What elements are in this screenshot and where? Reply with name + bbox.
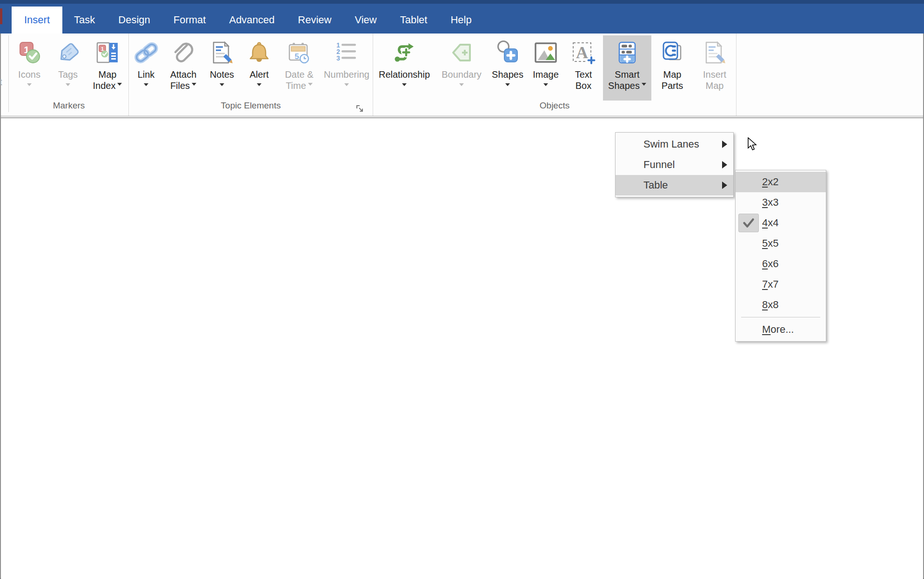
tab-task-label: Task (74, 14, 95, 26)
relationship-icon (391, 39, 418, 66)
relationship-button[interactable]: Relationship (373, 35, 435, 101)
text-box-icon: A (570, 39, 597, 66)
tags-label: Tags (58, 69, 78, 80)
smart-shapes-label-line1: Smart (615, 69, 639, 80)
group-label-objects: Objects (373, 99, 736, 114)
app-window: Insert Task Design Format Advanced Revie… (0, 0, 924, 579)
tab-view[interactable]: View (343, 7, 388, 34)
submenu-item-5x5[interactable]: 5x5 (736, 233, 826, 254)
item-5x5-accelerator: 5 (762, 237, 768, 249)
group-objects-buttons: Relationship Boundary (373, 34, 736, 99)
attach-files-dropdown-caret (192, 83, 196, 86)
item-6x6-accelerator: 6 (762, 258, 768, 270)
insert-map-label-line2: Map (706, 80, 724, 91)
group-markers-buttons: 1 Icons (9, 34, 128, 99)
submenu-item-3x3[interactable]: 3x3 (736, 192, 826, 213)
tab-design-label: Design (118, 14, 150, 26)
date-time-icon: 5 (286, 39, 313, 66)
insert-map-label-line1: Insert (703, 69, 726, 80)
tags-button[interactable]: Tags (49, 35, 87, 101)
alert-dropdown-caret (257, 83, 261, 86)
alert-label: Alert (249, 69, 268, 80)
icons-button[interactable]: 1 Icons (9, 35, 49, 101)
submenu-item-6x6[interactable]: 6x6 (736, 254, 826, 274)
date-time-label-line2: Time (286, 80, 306, 91)
group-label-topic-elements: Topic Elements (129, 99, 373, 114)
item-8x8-label: x8 (768, 299, 778, 311)
attach-files-label-line2: Files (170, 80, 190, 91)
menu-item-funnel[interactable]: Funnel (616, 155, 733, 175)
item-5x5-label: x5 (768, 237, 778, 249)
numbering-button[interactable]: 1 2 3 Numbering (321, 35, 373, 101)
map-index-label-line2: Index (93, 80, 116, 91)
submenu-item-more[interactable]: More... (736, 319, 826, 340)
group-objects: Relationship Boundary (373, 34, 737, 116)
tab-advanced[interactable]: Advanced (217, 7, 286, 34)
submenu-item-8x8[interactable]: 8x8 (736, 295, 826, 315)
notes-button[interactable]: Notes (203, 35, 241, 101)
clipped-label-fragment: t (0, 76, 2, 88)
submenu-item-2x2[interactable]: 2x2 (736, 172, 826, 192)
numbering-icon: 1 2 3 (333, 39, 360, 66)
text-box-button[interactable]: A Text Box (564, 35, 603, 101)
group-markers: 1 Icons (9, 34, 129, 116)
notes-icon (208, 39, 235, 66)
tab-tablet[interactable]: Tablet (388, 7, 439, 34)
smart-shapes-dropdown-caret (642, 83, 646, 86)
smart-shapes-button[interactable]: Smart Shapes (603, 35, 651, 101)
alert-bell-icon (246, 39, 273, 66)
mouse-cursor (747, 137, 759, 153)
submenu-item-4x4[interactable]: 4x4 (736, 213, 826, 233)
map-parts-label-line1: Map (663, 69, 682, 80)
boundary-dropdown-caret (459, 83, 464, 86)
item-7x7-accelerator: 7 (762, 278, 768, 290)
attach-files-button[interactable]: Attach Files (163, 35, 203, 101)
tab-advanced-label: Advanced (229, 14, 275, 26)
text-box-label-line2: Box (576, 80, 591, 91)
tab-review[interactable]: Review (286, 7, 343, 34)
menu-item-swim-lanes[interactable]: Swim Lanes (616, 134, 733, 155)
date-time-label-line1: Date & (285, 69, 313, 80)
svg-text:A: A (576, 43, 588, 62)
alert-button[interactable]: Alert (241, 35, 278, 101)
notes-dropdown-caret (220, 83, 224, 86)
map-index-label-line1: Map (99, 69, 117, 80)
boundary-button[interactable]: Boundary (435, 35, 488, 101)
image-dropdown-caret (543, 83, 548, 86)
tab-insert[interactable]: Insert (12, 7, 62, 34)
group-topic-buttons: Link Attach Files (129, 34, 373, 99)
map-parts-button[interactable]: Map Parts (651, 35, 693, 101)
icons-dropdown-caret (27, 83, 32, 86)
tab-task[interactable]: Task (62, 7, 107, 34)
tags-dropdown-caret (66, 83, 70, 86)
topic-elements-dialog-launcher-icon[interactable] (355, 104, 364, 113)
date-time-button[interactable]: 5 Date & Time (278, 35, 321, 101)
image-button[interactable]: Image (528, 35, 564, 101)
tab-design[interactable]: Design (107, 7, 161, 34)
svg-text:3: 3 (336, 54, 340, 62)
table-submenu-arrow-icon (722, 182, 727, 189)
group-topic-elements: Link Attach Files (129, 34, 373, 116)
attach-files-icon (170, 39, 197, 66)
left-edge-fragment (0, 8, 2, 24)
group-label-markers: Markers (9, 99, 128, 114)
link-button[interactable]: Link (129, 35, 163, 101)
menu-item-table[interactable]: Table (616, 175, 733, 195)
shapes-button[interactable]: Shapes (488, 35, 528, 101)
map-parts-icon (659, 39, 686, 66)
relationship-label: Relationship (379, 69, 430, 80)
tab-review-label: Review (298, 14, 331, 26)
item-3x3-accelerator: 3 (762, 196, 768, 209)
insert-map-button[interactable]: Insert Map (693, 35, 736, 101)
map-index-button[interactable]: 1 Map Index (87, 35, 128, 101)
swim-lanes-submenu-arrow-icon (722, 141, 727, 148)
submenu-item-7x7[interactable]: 7x7 (736, 274, 826, 295)
item-3x3-label: x3 (768, 196, 778, 209)
tab-format[interactable]: Format (162, 7, 218, 34)
shapes-dropdown-caret (505, 83, 510, 86)
boundary-label: Boundary (442, 69, 482, 80)
tab-view-label: View (355, 14, 376, 26)
checkmark-icon (738, 214, 759, 232)
smart-shapes-label-line2: Shapes (608, 80, 640, 91)
tab-help[interactable]: Help (439, 7, 483, 34)
